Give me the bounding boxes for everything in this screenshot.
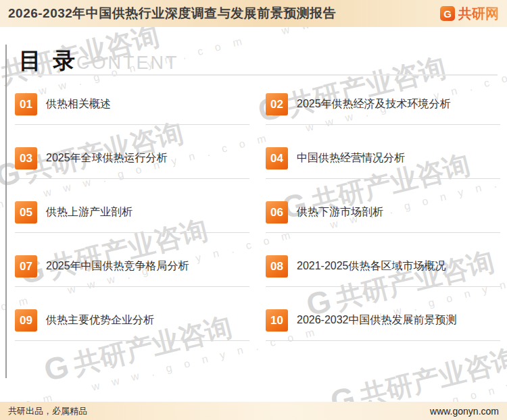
toc-list: 01 供热相关概述 02 2025年供热经济及技术环境分析 03 2025年全球…	[15, 93, 500, 341]
toc-item-label: 供热上游产业剖析	[46, 205, 132, 219]
brand-logo-text: 共研网	[458, 5, 499, 23]
toc-item-10: 10 2026-2032中国供热发展前景预测	[266, 309, 500, 341]
toc-item-05: 05 供热上游产业剖析	[15, 201, 249, 233]
toc-item-label: 供热相关概述	[46, 97, 111, 111]
toc-number-badge: 03	[15, 147, 37, 169]
toc-number-badge: 08	[266, 255, 288, 278]
toc-title-english: CONTENT	[76, 53, 179, 74]
toc-item-label: 2026-2032中国供热发展前景预测	[297, 313, 457, 327]
toc-item-label: 供热下游市场剖析	[297, 205, 383, 219]
toc-item-09: 09 供热主要优势企业分析	[15, 309, 249, 341]
toc-number-badge: 04	[266, 147, 288, 169]
toc-item-04: 04 中国供热经营情况分析	[266, 147, 500, 179]
toc-item-label: 供热主要优势企业分析	[46, 313, 154, 327]
toc-item-01: 01 供热相关概述	[15, 93, 249, 125]
toc-number-badge: 06	[266, 201, 288, 224]
toc-item-06: 06 供热下游市场剖析	[266, 201, 500, 233]
footer-bar: 共研出品，必属精品 www.gonyn.com	[0, 402, 507, 420]
toc-number-badge: 09	[15, 309, 37, 332]
header-bar: 2026-2032年中国供热行业深度调查与发展前景预测报告 G 共研网	[0, 0, 507, 27]
report-title: 2026-2032年中国供热行业深度调查与发展前景预测报告	[8, 5, 336, 22]
toc-item-label: 2025年供热经济及技术环境分析	[297, 97, 451, 111]
footer-website-link[interactable]: www.gonyn.com	[430, 406, 499, 417]
toc-item-08: 08 2021-2025供热各区域市场概况	[266, 255, 500, 287]
gonyn-logo-icon: G	[440, 6, 455, 21]
toc-item-label: 2021-2025供热各区域市场概况	[297, 259, 446, 273]
toc-item-07: 07 2025年中国供热竞争格局分析	[15, 255, 249, 287]
toc-number-badge: 01	[15, 93, 37, 115]
toc-number-badge: 05	[15, 201, 37, 224]
footer-slogan: 共研出品，必属精品	[8, 405, 87, 417]
toc-number-badge: 07	[15, 255, 37, 278]
toc-item-label: 2025年全球供热运行分析	[46, 151, 168, 165]
toc-item-02: 02 2025年供热经济及技术环境分析	[266, 93, 500, 125]
toc-item-label: 中国供热经营情况分析	[297, 151, 405, 165]
left-accent-line	[5, 45, 7, 378]
toc-item-label: 2025年中国供热竞争格局分析	[46, 259, 189, 273]
toc-number-badge: 02	[266, 93, 288, 115]
toc-number-badge: 10	[266, 309, 288, 332]
toc-item-03: 03 2025年全球供热运行分析	[15, 147, 249, 179]
toc-title: 目 录	[19, 46, 78, 76]
title-divider	[14, 74, 498, 76]
brand-logo[interactable]: G 共研网	[440, 5, 499, 23]
